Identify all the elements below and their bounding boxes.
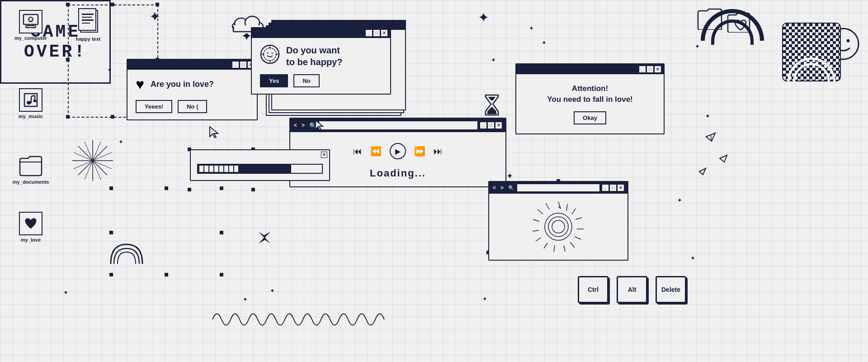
sel-handle-load4 xyxy=(251,188,255,191)
sparkle-13: ✦ xyxy=(491,57,496,63)
icon-my-documents[interactable]: my_documents xyxy=(13,154,49,185)
sel-handle xyxy=(220,186,223,190)
alt-key[interactable]: Alt xyxy=(617,276,647,303)
happy-dialog: _ □ ✕ xyxy=(251,27,391,95)
sel-handle xyxy=(109,186,113,190)
rainbow-arch-small xyxy=(108,242,145,267)
sparkle-3: ✦ xyxy=(478,11,489,24)
paper-plane-2 xyxy=(719,154,728,165)
my-computer-label: my_computer xyxy=(14,35,47,41)
sparkle-20: ✦ xyxy=(506,172,513,180)
love-dialog-minimize[interactable]: _ xyxy=(232,62,239,68)
small-browser-search-input[interactable] xyxy=(517,184,599,191)
small-maximize[interactable]: □ xyxy=(610,185,616,191)
sel-handle xyxy=(220,231,223,234)
icon-my-love[interactable]: my_love xyxy=(13,212,49,243)
media-close[interactable]: ✕ xyxy=(495,122,502,129)
hourglass-icon xyxy=(485,94,499,119)
small-close[interactable]: ✕ xyxy=(618,185,624,191)
browser-search-input[interactable] xyxy=(319,121,477,129)
heart-decoration xyxy=(734,19,747,33)
attention-line1: Attention! xyxy=(572,84,608,93)
love-no-button[interactable]: No ( xyxy=(178,100,207,113)
media-maximize[interactable]: □ xyxy=(488,122,494,129)
svg-point-37 xyxy=(552,220,565,233)
svg-marker-18 xyxy=(210,127,218,138)
media-minimize[interactable]: _ xyxy=(480,122,486,129)
happy-dialog-titlebar: _ □ ✕ xyxy=(252,28,390,38)
attention-btn-row: Okay xyxy=(527,111,653,124)
love-dialog-icon: ♥ xyxy=(136,76,144,93)
attention-close[interactable]: ✕ xyxy=(655,66,661,72)
media-player-buttons: _ □ ✕ xyxy=(480,122,502,129)
loading-close[interactable]: ✕ xyxy=(321,152,327,158)
svg-line-22 xyxy=(572,209,576,214)
svg-line-26 xyxy=(570,242,575,248)
svg-line-28 xyxy=(554,245,555,252)
media-rwd[interactable]: ⏪ xyxy=(370,146,382,157)
happy-no-button[interactable]: No xyxy=(293,74,319,87)
svg-marker-61 xyxy=(259,232,270,243)
small-browser-fwd[interactable]: > xyxy=(500,185,504,191)
burst-decoration xyxy=(70,138,115,185)
happy-dialog-minimize[interactable]: _ xyxy=(366,30,372,36)
icon-my-computer[interactable]: my_computer xyxy=(13,10,49,41)
sparkle-8: ✦ xyxy=(677,197,682,203)
media-prev[interactable]: ⏮ xyxy=(353,146,362,157)
svg-rect-5 xyxy=(26,26,36,28)
small-browser-back[interactable]: < xyxy=(493,185,496,191)
svg-line-34 xyxy=(546,203,549,210)
progress-bar xyxy=(197,164,323,174)
happy-dialog-text: Do you want to be happy? xyxy=(286,44,342,68)
media-play[interactable]: ▶ xyxy=(390,143,406,159)
svg-point-2 xyxy=(29,19,30,19)
browser-back[interactable]: < xyxy=(294,122,297,129)
happy-dialog-maximize[interactable]: □ xyxy=(373,30,380,36)
progress-segs-overlay xyxy=(199,166,238,172)
cursor-arrow-2 xyxy=(315,119,324,133)
sparkle-10: ✦ xyxy=(270,288,275,294)
love-dialog-maximize[interactable]: □ xyxy=(240,62,246,68)
happy-dialog-buttons: _ □ ✕ xyxy=(366,30,387,36)
small-browser-toolbar: < > 🔍 _ □ ✕ xyxy=(489,182,627,194)
sel-handle xyxy=(165,186,168,190)
my-documents-icon xyxy=(19,154,42,177)
happy-dialog-icon xyxy=(260,44,280,68)
browser-fwd[interactable]: > xyxy=(302,122,305,129)
my-computer-icon xyxy=(19,10,42,33)
attention-minimize[interactable]: _ xyxy=(639,66,646,72)
sparkle-11: ✦ xyxy=(482,296,487,302)
happy-dialog-close[interactable]: ✕ xyxy=(381,30,387,36)
sel-handle xyxy=(111,3,114,6)
paper-plane-3 xyxy=(698,167,707,177)
svg-line-25 xyxy=(575,237,581,239)
happy-yes-button[interactable]: Yes xyxy=(260,74,288,87)
attention-titlebar: _ □ ✕ xyxy=(516,64,664,74)
svg-point-48 xyxy=(847,39,850,43)
alt-key-label: Alt xyxy=(628,286,637,293)
sparkle-5: ✦ xyxy=(118,139,123,145)
delete-key[interactable]: Delete xyxy=(656,276,686,303)
svg-rect-0 xyxy=(24,14,38,24)
ctrl-key[interactable]: Ctrl xyxy=(578,276,609,303)
delete-key-label: Delete xyxy=(661,286,680,293)
my-music-icon xyxy=(19,88,42,112)
sel-handle xyxy=(109,273,113,276)
svg-line-29 xyxy=(544,243,547,248)
my-documents-label: my_documents xyxy=(13,179,49,185)
media-fwd[interactable]: ⏩ xyxy=(414,146,425,157)
svg-line-21 xyxy=(566,204,567,211)
attention-ok-button[interactable]: Okay xyxy=(574,111,606,124)
media-next[interactable]: ⏭ xyxy=(434,146,443,157)
sparkle-4: ✦ xyxy=(542,40,547,46)
ctrl-key-label: Ctrl xyxy=(588,286,599,293)
sel-handle xyxy=(111,115,114,119)
small-minimize[interactable]: _ xyxy=(602,185,609,191)
my-music-label: my_music xyxy=(19,114,43,119)
svg-line-32 xyxy=(533,219,539,221)
sparkle-9: ✦ xyxy=(690,255,695,261)
love-yes-button[interactable]: Yeees! xyxy=(136,100,172,113)
paper-plane-1 xyxy=(705,131,716,144)
attention-maximize[interactable]: □ xyxy=(647,66,653,72)
icon-my-music[interactable]: my_music xyxy=(13,88,49,119)
